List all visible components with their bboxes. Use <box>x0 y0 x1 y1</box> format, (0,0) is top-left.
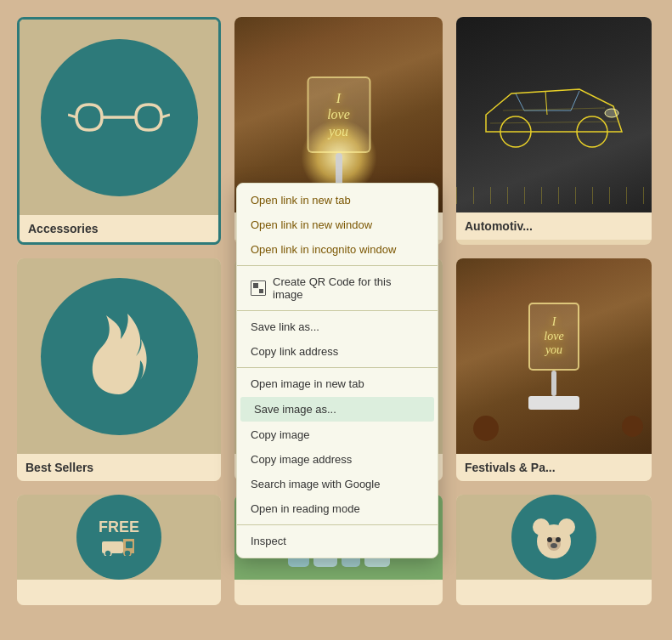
svg-point-33 <box>547 537 552 542</box>
menu-item-search-image-google[interactable]: Search image with Google <box>237 472 438 496</box>
svg-line-7 <box>490 122 618 123</box>
grid-item-festivals-label: Festivals & Pa... <box>456 454 652 481</box>
grid-item-accessories-label: Accessories <box>20 215 218 242</box>
svg-rect-15 <box>126 541 133 548</box>
car-wireframe-icon <box>469 64 639 166</box>
grid-item-animal[interactable] <box>456 495 652 605</box>
grid-item-accessories[interactable]: Accessories <box>17 17 221 245</box>
menu-item-open-new-tab[interactable]: Open link in new tab <box>237 188 438 212</box>
truck-icon <box>102 535 136 556</box>
teal-circle-best-sellers <box>41 278 198 435</box>
menu-item-open-reading-mode[interactable]: Open in reading mode <box>237 496 438 521</box>
qr-icon <box>251 280 266 296</box>
flame-icon <box>85 314 153 399</box>
glasses-icon <box>68 96 170 139</box>
grid-item-free-shipping[interactable]: FREE <box>17 495 221 605</box>
grid-item-festivals[interactable]: Iloveyou Festivals & Pa... <box>456 258 652 481</box>
svg-line-5 <box>545 91 547 115</box>
context-menu: Open link in new tab Open link in new wi… <box>236 183 438 558</box>
svg-point-34 <box>556 537 561 542</box>
grid-item-bottles-label <box>234 580 443 605</box>
teal-circle-free: FREE <box>76 495 161 580</box>
menu-item-copy-link-address[interactable]: Copy link address <box>237 339 438 364</box>
menu-item-copy-image-address[interactable]: Copy image address <box>237 447 438 472</box>
menu-item-create-qr[interactable]: Create QR Code for this image <box>237 269 438 307</box>
grid-item-animal-label <box>456 580 652 605</box>
menu-item-save-image-as[interactable]: Save image as... <box>240 397 434 422</box>
svg-point-8 <box>605 109 618 117</box>
menu-item-copy-image[interactable]: Copy image <box>237 422 438 447</box>
grid-item-automotive[interactable]: Automotiv... <box>456 17 652 245</box>
grid-item-free-label <box>17 580 221 605</box>
svg-point-17 <box>124 550 131 556</box>
menu-separator-2 <box>237 310 438 311</box>
bear-icon <box>528 512 579 563</box>
grid-item-automotive-label: Automotiv... <box>456 212 652 240</box>
grid-item-best-sellers[interactable]: Best Sellers <box>17 258 221 481</box>
svg-point-35 <box>551 543 557 548</box>
teal-circle-animal <box>511 495 596 580</box>
svg-point-31 <box>558 518 575 535</box>
menu-item-save-link-as[interactable]: Save link as... <box>237 314 438 339</box>
menu-item-open-image-new-tab[interactable]: Open image in new tab <box>237 371 438 396</box>
menu-item-inspect[interactable]: Inspect <box>237 529 438 553</box>
teal-circle-accessories <box>41 39 198 196</box>
menu-separator-4 <box>237 524 438 525</box>
svg-point-16 <box>104 550 111 556</box>
menu-separator-1 <box>237 265 438 266</box>
menu-separator-3 <box>237 367 438 368</box>
menu-item-open-new-window[interactable]: Open link in new window <box>237 212 438 237</box>
svg-point-30 <box>533 518 550 535</box>
grid-item-best-sellers-label: Best Sellers <box>17 454 221 481</box>
menu-item-open-incognito[interactable]: Open link in incognito window <box>237 237 438 262</box>
